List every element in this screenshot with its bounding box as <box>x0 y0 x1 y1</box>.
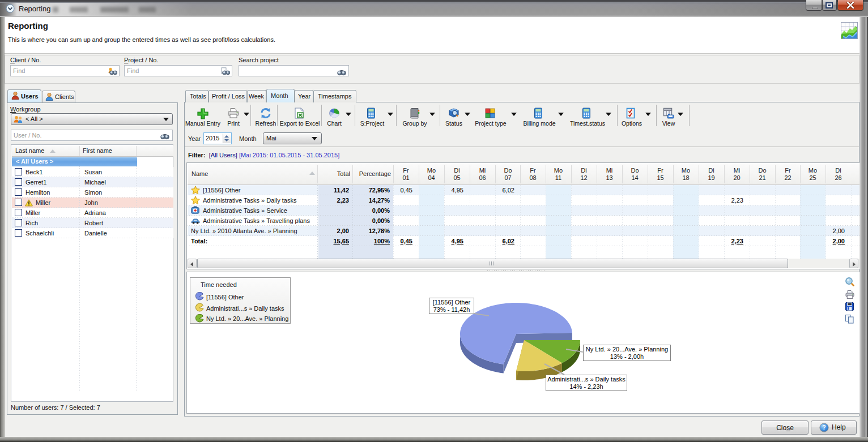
svg-text:?: ? <box>822 424 826 431</box>
